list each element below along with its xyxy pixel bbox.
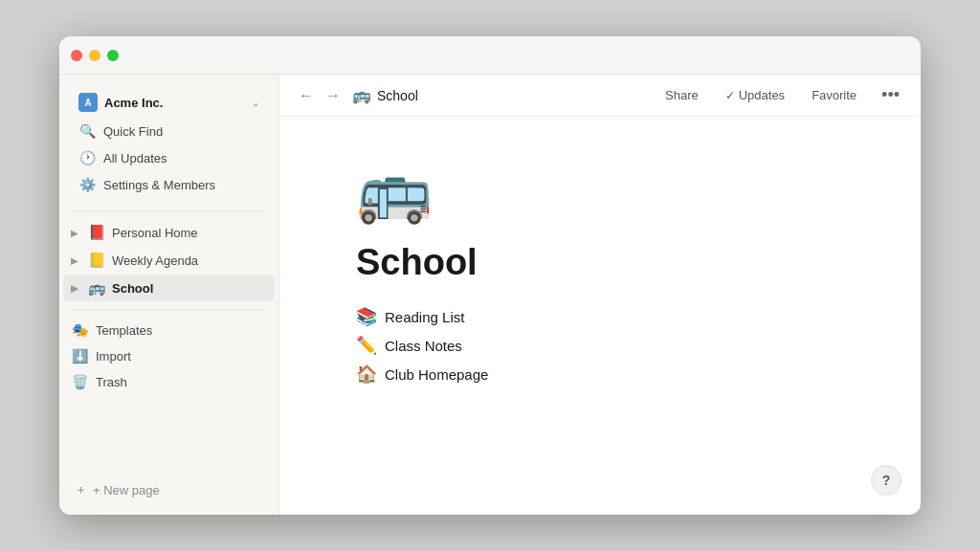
trash-icon: 🗑️ [71,374,88,389]
arrow-icon: ▶ [71,228,82,238]
sidebar-divider-2 [71,309,267,310]
sidebar-item-quick-find[interactable]: 🔍 Quick Find [71,119,267,143]
page-title-bar: 🚌 School [352,86,418,104]
sidebar-item-all-updates[interactable]: 🕐 All Updates [71,145,267,170]
back-button[interactable]: ← [295,85,318,106]
share-label: Share [665,88,699,102]
arrow-icon: ▶ [71,255,82,266]
list-item-label: Club Homepage [385,366,488,383]
page-content: 🚌 School 📚 Reading List ✏️ Class Notes 🏠 [279,117,921,515]
import-icon: ⬇️ [71,348,88,364]
sidebar-item-school[interactable]: ▶ 🚌 School [63,275,275,301]
sidebar-footer: ＋ + New page [59,473,278,507]
page-label: School [112,281,153,296]
new-page-button[interactable]: ＋ + New page [67,476,271,503]
favorite-label: Favorite [812,88,857,102]
sidebar-item-label: Quick Find [103,124,163,139]
list-item[interactable]: 📚 Reading List [356,306,844,327]
main-content: A Acme Inc. ⌄ 🔍 Quick Find 🕐 All Updates… [59,75,921,515]
sidebar-item-label: Templates [96,323,152,338]
page-content-wrap: 🚌 School 📚 Reading List ✏️ Class Notes 🏠 [279,117,921,515]
forward-button[interactable]: → [322,85,345,106]
sidebar-item-trash[interactable]: 🗑️ Trash [63,369,275,394]
new-page-label: + New page [93,483,160,497]
list-item-label: Class Notes [385,338,462,354]
templates-icon: 🎭 [71,322,88,338]
clock-icon: 🕐 [78,150,96,165]
list-item-emoji: ✏️ [356,335,377,356]
list-item[interactable]: ✏️ Class Notes [356,335,844,356]
sidebar-item-label: Import [96,349,131,364]
page-label: Personal Home [112,226,198,240]
list-item-emoji: 🏠 [356,364,377,385]
list-item[interactable]: 🏠 Club Homepage [356,364,844,385]
topbar-right: Share ✓ Updates Favorite ••• [657,83,905,107]
page-large-icon: 🚌 [356,155,844,227]
plus-icon: ＋ [75,481,87,498]
favorite-button[interactable]: Favorite [804,84,864,106]
sidebar: A Acme Inc. ⌄ 🔍 Quick Find 🕐 All Updates… [59,75,279,515]
page-label: Weekly Agenda [112,253,198,268]
sidebar-item-templates[interactable]: 🎭 Templates [63,318,275,342]
sidebar-item-label: Settings & Members [103,178,215,192]
sidebar-item-label: All Updates [103,151,167,165]
gear-icon: ⚙️ [78,177,96,192]
sidebar-item-settings[interactable]: ⚙️ Settings & Members [71,172,267,197]
maximize-button[interactable] [107,50,119,61]
sidebar-item-weekly-agenda[interactable]: ▶ 📒 Weekly Agenda [63,247,275,274]
minimize-button[interactable] [89,50,100,61]
list-item-label: Reading List [385,309,464,325]
list-item-emoji: 📚 [356,306,377,327]
page-emoji: 🚌 [88,279,106,297]
workspace-icon: A [78,93,98,112]
titlebar [59,36,921,75]
page-emoji: 📕 [88,224,106,241]
workspace-chevron: ⌄ [252,98,259,108]
page-subpages-list: 📚 Reading List ✏️ Class Notes 🏠 Club Hom… [356,306,844,385]
page-title: School [377,88,418,103]
updates-check-icon: ✓ [725,89,735,102]
sidebar-item-label: Trash [96,375,127,389]
traffic-lights [71,50,119,61]
more-icon: ••• [881,85,900,105]
help-button[interactable]: ? [871,465,902,496]
updates-label: Updates [739,88,785,102]
sidebar-bottom-pages: 🎭 Templates ⬇️ Import 🗑️ Trash [59,318,278,394]
main-area: ← → 🚌 School Share ✓ Updates F [279,75,921,515]
sidebar-item-personal-home[interactable]: ▶ 📕 Personal Home [63,219,275,246]
sidebar-pages: ▶ 📕 Personal Home ▶ 📒 Weekly Agenda ▶ 🚌 … [59,219,278,301]
topbar: ← → 🚌 School Share ✓ Updates F [279,75,921,117]
app-window: A Acme Inc. ⌄ 🔍 Quick Find 🕐 All Updates… [59,36,921,515]
arrow-icon: ▶ [71,283,82,294]
nav-arrows: ← → [295,85,345,106]
close-button[interactable] [71,50,82,61]
page-emoji: 📒 [88,252,106,269]
workspace-row[interactable]: A Acme Inc. ⌄ [71,88,267,117]
updates-button[interactable]: ✓ Updates [718,84,792,106]
workspace-name: Acme Inc. [104,96,163,110]
search-icon: 🔍 [78,123,96,139]
page-title-emoji: 🚌 [352,86,371,104]
help-label: ? [882,473,891,488]
sidebar-item-import[interactable]: ⬇️ Import [63,343,275,368]
sidebar-divider [71,210,267,211]
sidebar-top: A Acme Inc. ⌄ 🔍 Quick Find 🕐 All Updates… [59,82,278,203]
more-options-button[interactable]: ••• [876,83,905,107]
page-heading: School [356,242,844,283]
share-button[interactable]: Share [657,84,706,106]
